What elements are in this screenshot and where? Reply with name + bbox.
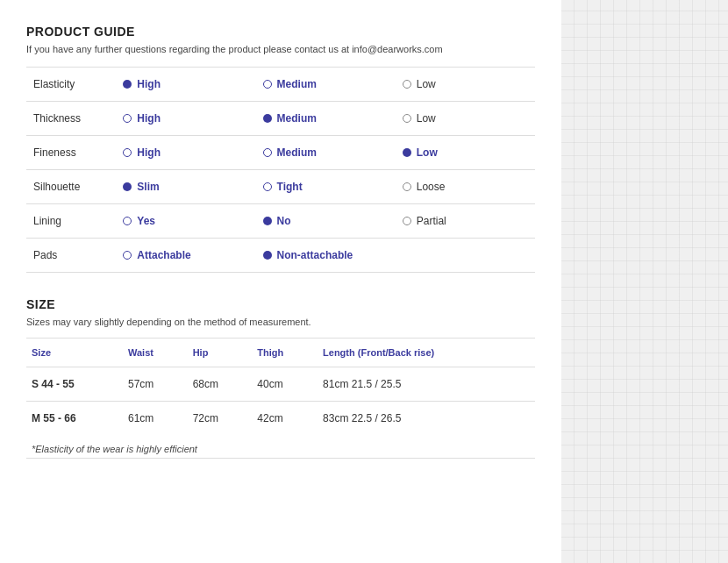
product-guide-title: PRODUCT GUIDE (26, 25, 535, 39)
option-label: Medium (277, 146, 317, 159)
page-wrapper: PRODUCT GUIDE If you have any further qu… (0, 0, 728, 563)
guide-option-cell (396, 239, 535, 273)
guide-option-cell: Attachable (116, 239, 255, 273)
option-label: Loose (417, 181, 446, 193)
option-label: Tight (277, 181, 303, 193)
option-label: Low (417, 112, 436, 125)
option-dot (123, 217, 132, 225)
guide-row-label: Pads (26, 239, 116, 273)
option-dot (123, 251, 132, 260)
size-data-cell: 40cm (252, 367, 318, 402)
size-data-row: S 44 - 5557cm68cm40cm81cm 21.5 / 25.5 (26, 367, 535, 402)
option-dot (403, 148, 411, 157)
option-dot (123, 148, 132, 157)
option-label: Low (417, 146, 438, 159)
guide-option-cell: Tight (256, 170, 396, 204)
option-dot (123, 182, 132, 191)
guide-table-row: ElasticityHighMediumLow (26, 68, 535, 102)
size-data-row: M 55 - 6661cm72cm42cm83cm 22.5 / 26.5 (26, 402, 535, 436)
size-note: *Elasticity of the wear is highly effici… (26, 435, 535, 459)
guide-row-label: Fineness (26, 136, 116, 170)
size-data-cell: 61cm (123, 402, 188, 436)
option-label: High (137, 78, 161, 90)
option-dot (263, 251, 272, 260)
guide-option-cell: Medium (256, 102, 396, 136)
guide-row-label: Thickness (26, 102, 116, 136)
guide-table-row: LiningYesNoPartial (26, 204, 535, 239)
guide-option-cell: No (256, 204, 396, 239)
guide-option-cell: Medium (256, 136, 396, 170)
size-data-cell: 72cm (188, 402, 253, 436)
guide-option-cell: Yes (116, 204, 255, 239)
guide-option-cell: Low (396, 136, 535, 170)
size-data-cell: 57cm (123, 367, 188, 402)
guide-option-cell: High (116, 102, 255, 136)
option-label: Medium (277, 78, 317, 90)
option-label: Yes (137, 215, 155, 227)
guide-option-cell: Non-attachable (256, 239, 396, 273)
option-dot (263, 148, 272, 157)
guide-table-row: SilhouetteSlimTightLoose (26, 170, 535, 204)
size-column-header: Waist (123, 339, 188, 367)
size-column-header: Hip (188, 339, 253, 367)
option-dot (263, 114, 272, 123)
size-data-cell: 83cm 22.5 / 26.5 (318, 402, 535, 436)
option-dot (403, 80, 411, 89)
guide-table-row: FinenessHighMediumLow (26, 136, 535, 170)
size-data-cell: S 44 - 55 (26, 367, 123, 402)
size-data-cell: 42cm (252, 402, 318, 436)
right-panel (561, 0, 728, 563)
option-label: No (277, 215, 291, 227)
guide-row-label: Elasticity (26, 68, 116, 102)
size-header-row: SizeWaistHipThighLength (Front/Back rise… (26, 339, 535, 367)
option-dot (263, 80, 272, 89)
product-guide-subtitle: If you have any further questions regard… (26, 44, 535, 54)
product-guide-section: PRODUCT GUIDE If you have any further qu… (26, 25, 535, 273)
size-title: SIZE (26, 297, 535, 311)
guide-option-cell: High (116, 136, 255, 170)
option-label: Slim (137, 181, 159, 193)
size-table: SizeWaistHipThighLength (Front/Back rise… (26, 338, 535, 459)
guide-row-label: Lining (26, 204, 116, 239)
size-column-header: Thigh (252, 339, 318, 367)
guide-row-label: Silhouette (26, 170, 116, 204)
guide-option-cell: Low (396, 102, 535, 136)
size-section: SIZE Sizes may vary slightly depending o… (26, 297, 535, 459)
option-dot (263, 217, 272, 225)
size-column-header: Size (26, 339, 123, 367)
guide-table-row: ThicknessHighMediumLow (26, 102, 535, 136)
size-data-cell: 81cm 21.5 / 25.5 (318, 367, 535, 402)
guide-option-cell: High (116, 68, 255, 102)
option-dot (403, 182, 411, 191)
option-label: Medium (277, 112, 317, 125)
guide-table: ElasticityHighMediumLowThicknessHighMedi… (26, 67, 535, 273)
size-column-header: Length (Front/Back rise) (318, 339, 535, 367)
option-dot (263, 182, 272, 191)
option-label: Partial (417, 215, 446, 227)
size-data-cell: M 55 - 66 (26, 402, 123, 436)
guide-option-cell: Slim (116, 170, 255, 204)
option-dot (403, 217, 411, 225)
guide-option-cell: Low (396, 68, 535, 102)
main-content: PRODUCT GUIDE If you have any further qu… (0, 0, 561, 563)
size-subtitle: Sizes may vary slightly depending on the… (26, 317, 535, 327)
option-dot (123, 80, 132, 89)
option-label: High (137, 146, 161, 159)
size-note-row: *Elasticity of the wear is highly effici… (26, 435, 535, 459)
guide-option-cell: Loose (396, 170, 535, 204)
option-label: Low (417, 78, 436, 90)
option-label: Non-attachable (277, 249, 353, 261)
size-data-cell: 68cm (188, 367, 253, 402)
guide-table-row: PadsAttachableNon-attachable (26, 239, 535, 273)
option-dot (403, 114, 411, 123)
option-label: High (137, 112, 161, 125)
guide-option-cell: Medium (256, 68, 396, 102)
option-label: Attachable (137, 249, 190, 261)
guide-option-cell: Partial (396, 204, 535, 239)
option-dot (123, 114, 132, 123)
